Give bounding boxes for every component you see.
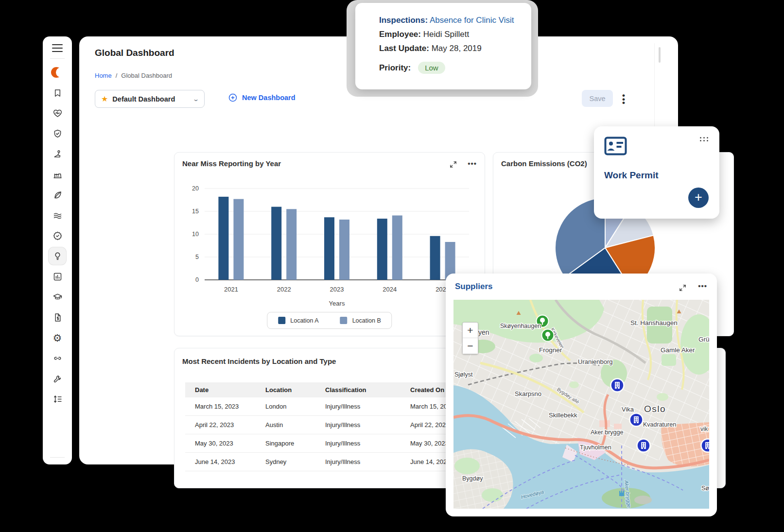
chevron-down-icon: ⌄ <box>192 96 199 103</box>
breadcrumb: Home / Global Dashboard <box>95 72 172 79</box>
logo-icon <box>51 67 64 78</box>
factory-icon <box>52 170 63 180</box>
zoom-in-button[interactable]: + <box>463 323 478 338</box>
sidebar-item-safety[interactable] <box>49 125 66 142</box>
sidebar-item-health[interactable] <box>49 104 66 122</box>
inspection-updated: Last Update: May 28, 2019 <box>379 44 522 53</box>
svg-text:2021: 2021 <box>224 286 238 293</box>
sidebar-item-ergonomics[interactable] <box>49 145 66 163</box>
map-place-label: Skarpsno <box>515 390 541 397</box>
table-cell: Sydney <box>256 453 315 471</box>
drag-handle-icon[interactable] <box>700 137 709 141</box>
legend-item: Location A <box>278 317 318 324</box>
supplier-building-marker[interactable] <box>701 439 710 452</box>
svg-text:0: 0 <box>195 276 199 283</box>
svg-text:Years: Years <box>329 300 345 307</box>
supplier-building-marker[interactable] <box>637 439 650 452</box>
table-cell: Injury/Illness <box>315 453 401 471</box>
sidebar-bottom-divider <box>50 457 65 458</box>
ergonomics-person-icon <box>52 149 63 159</box>
priority-badge: Low <box>418 62 445 74</box>
expand-icon[interactable] <box>449 160 457 171</box>
column-header: Classification <box>315 382 401 397</box>
lightbulb-icon <box>52 251 63 261</box>
waves-icon <box>52 210 63 221</box>
map-place-label: Vika <box>622 406 634 413</box>
dashboard-select[interactable]: ★ Default Dashboard ⌄ <box>95 90 205 108</box>
sidebar-item-integrations[interactable] <box>49 349 66 367</box>
work-permit-card[interactable]: Work Permit + <box>594 126 719 219</box>
column-header: Date <box>185 382 256 397</box>
map-place-label: Sjølyst <box>454 371 473 378</box>
expand-icon[interactable] <box>679 284 687 294</box>
sidebar-item-tools[interactable] <box>49 370 66 387</box>
sidebar-item-water[interactable] <box>49 206 66 224</box>
menu-icon[interactable] <box>52 44 63 52</box>
sidebar-item-line-spacing[interactable] <box>49 390 66 408</box>
inspection-title: Inspections: Absence for Clinic Visit <box>379 16 522 25</box>
svg-text:2022: 2022 <box>277 286 291 293</box>
supplier-building-marker[interactable] <box>611 379 624 392</box>
suppliers-card: Suppliers ••• + − <box>446 274 717 516</box>
kebab-menu-icon[interactable]: ••• <box>621 94 627 105</box>
badge-check-icon <box>52 231 63 241</box>
more-options-icon[interactable]: ••• <box>468 159 477 168</box>
page-title: Global Dashboard <box>95 48 174 58</box>
svg-text:2023: 2023 <box>330 286 344 293</box>
heart-pulse-icon <box>52 108 63 119</box>
shield-check-icon <box>52 129 63 139</box>
new-dashboard-button[interactable]: New Dashboard <box>228 93 296 103</box>
inspection-priority: Priority: Low <box>379 62 522 74</box>
sidebar-item-bookmarks[interactable] <box>49 84 66 102</box>
map-place-label: Gamle Aker <box>661 346 695 354</box>
suppliers-title: Suppliers <box>455 282 492 292</box>
breadcrumb-current: Global Dashboard <box>121 72 172 79</box>
near-miss-title: Near Miss Reporting by Year <box>182 159 281 168</box>
sidebar-item-analytics[interactable] <box>49 268 66 285</box>
map-canvas[interactable]: Bygdøy alléKirkeveien Aker brygge - Hove… <box>453 300 709 509</box>
cority-logo[interactable] <box>49 64 66 81</box>
svg-text:15: 15 <box>192 208 199 215</box>
sidebar-item-ideas[interactable] <box>49 247 66 265</box>
map-place-label: Sø <box>701 485 709 492</box>
map-place-label: St. Hanshaugen <box>630 319 678 326</box>
legend-item: Location B <box>340 317 381 324</box>
scrollbar-thumb[interactable] <box>659 47 661 63</box>
sidebar-divider <box>50 58 65 59</box>
add-work-permit-button[interactable]: + <box>688 188 709 208</box>
map-place-label: Uranienborg <box>578 358 613 365</box>
carbon-emissions-title: Carbon Emissions (CO2) <box>501 159 587 168</box>
incidents-title: Most Recent Incidents by Location and Ty… <box>182 357 336 365</box>
map-zoom-control: + − <box>462 322 478 354</box>
suppliers-map[interactable]: + − <box>453 300 709 509</box>
table-cell: March 15, 2023 <box>185 397 256 416</box>
sidebar-item-training[interactable] <box>49 288 66 306</box>
link-icon <box>52 353 63 363</box>
tree-marker-icon[interactable] <box>542 329 554 342</box>
line-spacing-icon <box>52 394 63 404</box>
sidebar-item-environment[interactable] <box>49 186 66 204</box>
save-button[interactable]: Save <box>582 90 613 107</box>
table-cell: Injury/Illness <box>315 397 401 416</box>
breadcrumb-home[interactable]: Home <box>95 72 112 79</box>
table-cell: April 22, 2023 <box>185 416 256 434</box>
table-cell: Injury/Illness <box>315 434 401 453</box>
near-miss-bar-chart: 0510152020212022202320242025Years <box>179 181 479 308</box>
more-options-icon[interactable]: ••• <box>698 282 707 290</box>
map-place-label: Tjuvholmen <box>580 444 611 451</box>
map-place-label: Skillebekk <box>549 412 577 419</box>
sidebar-item-quality[interactable] <box>49 227 66 244</box>
wrench-icon <box>52 374 63 384</box>
map-place-label: Kvadraturen <box>643 421 676 428</box>
zoom-out-button[interactable]: − <box>463 338 478 354</box>
supplier-building-marker[interactable] <box>630 413 643 427</box>
bar-chart-icon <box>52 272 63 282</box>
table-cell: May 30, 2023 <box>185 434 256 453</box>
sidebar-item-industrial[interactable] <box>49 166 66 183</box>
dashboard-select-value: Default Dashboard <box>112 95 189 103</box>
sidebar-item-invoices[interactable] <box>49 309 66 326</box>
sidebar-item-settings[interactable]: ⚙ <box>49 329 66 346</box>
svg-text:10: 10 <box>192 231 199 238</box>
plus-circle-icon <box>228 93 238 103</box>
id-card-icon <box>604 137 627 155</box>
